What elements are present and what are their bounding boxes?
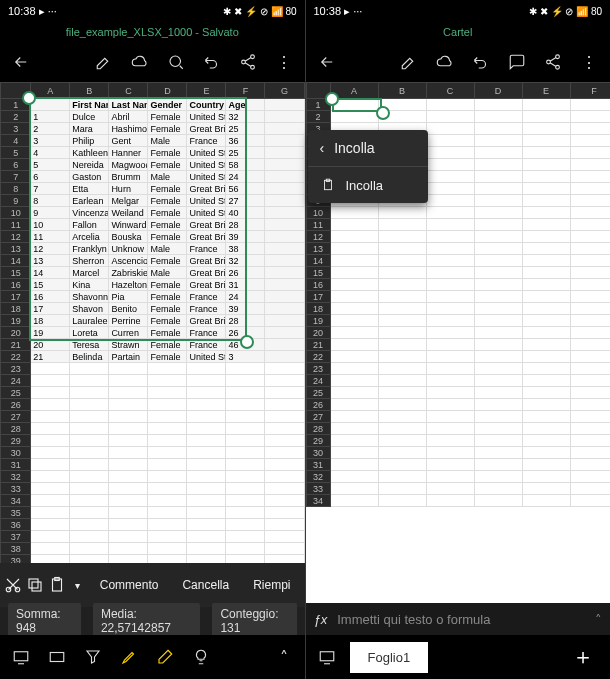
svg-point-13 [547, 60, 551, 64]
svg-point-2 [241, 60, 245, 64]
share-icon-r[interactable] [536, 45, 570, 79]
context-menu-title: Incolla [334, 140, 374, 156]
toolbar-r: ⋮ [306, 42, 611, 82]
commento-button[interactable]: Commento [90, 578, 169, 592]
sheet-tabs: Foglio1 ＋ [306, 635, 611, 679]
undo-icon[interactable] [195, 45, 229, 79]
svg-point-12 [556, 55, 560, 59]
context-menu-incolla[interactable]: Incolla [308, 167, 428, 203]
selection-handle-br-r[interactable] [376, 106, 390, 120]
eraser-icon[interactable] [148, 640, 182, 674]
fx-icon: ƒx [314, 612, 328, 627]
share-icon[interactable] [231, 45, 265, 79]
context-menu-header[interactable]: ‹ Incolla [308, 130, 428, 167]
svg-rect-6 [32, 582, 41, 591]
formula-input[interactable]: Immetti qui testo o formula [337, 612, 585, 627]
paste-icon[interactable] [48, 571, 66, 599]
paste-icon-menu [320, 177, 336, 193]
back-button[interactable] [4, 45, 38, 79]
svg-rect-10 [14, 652, 28, 661]
card-icon[interactable] [40, 640, 74, 674]
add-sheet-button[interactable]: ＋ [560, 642, 606, 672]
stat-somma: Somma: 948 [8, 603, 81, 639]
edit-icon[interactable] [87, 45, 121, 79]
bulb-icon[interactable] [184, 640, 218, 674]
cloud-icon[interactable] [123, 45, 157, 79]
selection-handle-tl[interactable] [22, 91, 36, 105]
status-icons: ✱ ✖ ⚡ ⊘ 📶 80 [223, 6, 296, 17]
svg-point-0 [170, 56, 181, 67]
sheet-tab-foglio1[interactable]: Foglio1 [350, 642, 429, 673]
highlight-icon[interactable] [112, 640, 146, 674]
spreadsheet-r[interactable]: ABCDEF1234567891011121314151617181920212… [306, 82, 611, 603]
stat-media: Media: 22,57142857 [93, 603, 201, 639]
svg-point-1 [250, 55, 254, 59]
back-button-r[interactable] [310, 45, 344, 79]
left-panel: 10:38 ▸ ··· ✱ ✖ ⚡ ⊘ 📶 80 file_example_XL… [0, 0, 306, 679]
status-bar: 10:38 ▸ ··· ✱ ✖ ⚡ ⊘ 📶 80 [0, 0, 305, 22]
status-time: 10:38 [8, 5, 36, 17]
context-menu-item-label: Incolla [346, 178, 384, 193]
svg-rect-17 [320, 652, 334, 661]
filter-icon[interactable] [76, 640, 110, 674]
chevron-up-icon[interactable]: ˄ [267, 640, 301, 674]
device-icon[interactable] [4, 640, 38, 674]
doc-title-r: Cartel [306, 22, 611, 42]
overflow-icon[interactable]: ⋮ [267, 45, 301, 79]
selection-handle-tl-r[interactable] [325, 92, 339, 106]
undo-icon-r[interactable] [464, 45, 498, 79]
copy-icon[interactable] [26, 571, 44, 599]
right-panel: 10:38 ▸ ··· ✱ ✖ ⚡ ⊘ 📶 80 Cartel ⋮ ABCDEF… [306, 0, 611, 679]
comment-icon-r[interactable] [500, 45, 534, 79]
status-time-r: 10:38 [314, 5, 342, 17]
overflow-icon-r[interactable]: ⋮ [572, 45, 606, 79]
status-bar-r: 10:38 ▸ ··· ✱ ✖ ⚡ ⊘ 📶 80 [306, 0, 611, 22]
svg-point-14 [556, 65, 560, 69]
chevron-down-icon[interactable]: ▾ [70, 571, 86, 599]
status-icons-r: ✱ ✖ ⚡ ⊘ 📶 80 [529, 6, 602, 17]
spreadsheet[interactable]: ABCDEFG1First NamLast NamGenderCountryAg… [0, 82, 305, 563]
svg-rect-7 [29, 579, 38, 588]
status-indicator-r: ▸ ··· [344, 5, 362, 17]
formula-bar[interactable]: ƒx Immetti qui testo o formula ˄ [306, 603, 611, 635]
cloud-icon-r[interactable] [428, 45, 462, 79]
stats-bar: Somma: 948 Media: 22,57142857 Conteggio:… [0, 607, 305, 635]
chevron-up-icon-r[interactable]: ˄ [595, 612, 602, 627]
bottom-bar: ˄ [0, 635, 305, 679]
context-menu: ‹ Incolla Incolla [308, 130, 428, 203]
stat-conteggio: Conteggio: 131 [212, 603, 296, 639]
riempi-button[interactable]: Riempi [243, 578, 300, 592]
context-strip: ▾ Commento Cancella Riempi [0, 563, 305, 607]
svg-point-3 [250, 65, 254, 69]
cut-icon[interactable] [4, 571, 22, 599]
edit-icon-r[interactable] [392, 45, 426, 79]
status-indicator: ▸ ··· [39, 5, 57, 17]
search-icon[interactable] [159, 45, 193, 79]
toolbar: ⋮ [0, 42, 305, 82]
svg-rect-11 [50, 653, 64, 662]
selection-handle-br[interactable] [240, 335, 254, 349]
doc-title: file_example_XLSX_1000 - Salvato [0, 22, 305, 42]
sheets-list-icon[interactable] [310, 640, 344, 674]
cancella-button[interactable]: Cancella [172, 578, 239, 592]
